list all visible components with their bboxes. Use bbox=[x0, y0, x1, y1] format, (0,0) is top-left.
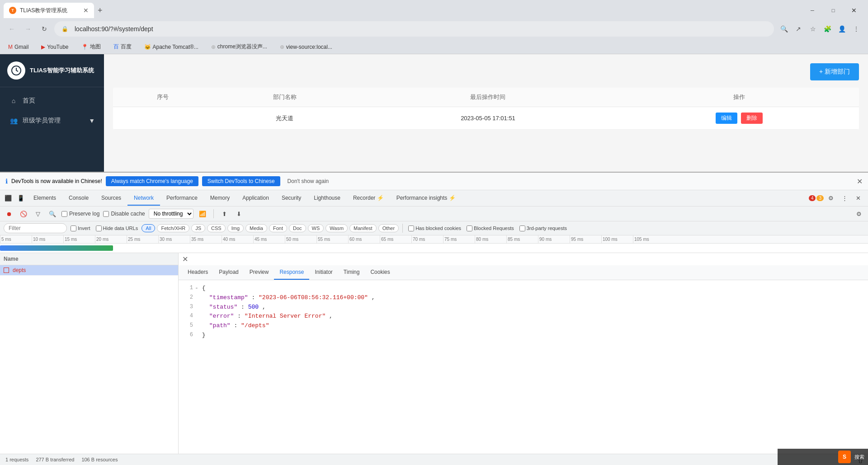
disable-cache-checkbox[interactable] bbox=[103, 211, 109, 217]
detail-tab-preview[interactable]: Preview bbox=[244, 265, 274, 280]
filter-all[interactable]: All bbox=[142, 224, 155, 232]
detail-tab-timing[interactable]: Timing bbox=[338, 265, 365, 280]
notification-close-button[interactable]: ✕ bbox=[857, 177, 863, 186]
tab-close-btn[interactable]: ✕ bbox=[83, 7, 89, 14]
filter-js[interactable]: JS bbox=[191, 224, 205, 232]
hide-data-urls-label[interactable]: Hide data URLs bbox=[96, 225, 138, 231]
timeline-container: 5 ms 10 ms 15 ms 20 ms 25 ms 30 ms 35 ms… bbox=[0, 235, 868, 253]
devtools-close-button[interactable]: ✕ bbox=[852, 192, 864, 205]
tab-elements[interactable]: Elements bbox=[27, 191, 62, 206]
blocked-cookies-label[interactable]: Has blocked cookies bbox=[408, 225, 461, 231]
bookmark-tomcat[interactable]: 🐱 Apache Tomcat®... bbox=[142, 43, 201, 51]
blocked-requests-checkbox[interactable] bbox=[467, 225, 472, 231]
notification-text: DevTools is now available in Chinese! bbox=[11, 178, 102, 184]
export-button[interactable]: ⬇ bbox=[234, 208, 245, 219]
online-button[interactable]: 📶 bbox=[197, 208, 208, 219]
extensions-button[interactable]: 🧩 bbox=[821, 23, 834, 35]
third-party-label[interactable]: 3rd-party requests bbox=[519, 225, 567, 231]
edit-button[interactable]: 编辑 bbox=[716, 113, 737, 124]
sidebar-item-home[interactable]: ⌂ 首页 bbox=[0, 91, 104, 111]
tab-memory[interactable]: Memory bbox=[204, 191, 236, 206]
third-party-checkbox[interactable] bbox=[519, 225, 525, 231]
bookmark-chrome[interactable]: ⊕ chrome浏览器没声... bbox=[208, 42, 270, 52]
refresh-button[interactable]: ↻ bbox=[38, 23, 51, 35]
blocked-cookies-checkbox[interactable] bbox=[408, 225, 414, 231]
back-button[interactable]: ← bbox=[5, 23, 18, 35]
switch-to-chinese-button[interactable]: Switch DevTools to Chinese bbox=[202, 176, 280, 186]
clear-button[interactable]: 🚫 bbox=[18, 208, 29, 219]
bookmark-button[interactable]: ☆ bbox=[807, 23, 819, 35]
bookmark-viewsource[interactable]: ⊕ view-source:local... bbox=[277, 43, 335, 51]
filter-img[interactable]: Img bbox=[227, 224, 244, 232]
devtools-inspect-button[interactable]: ⬛ bbox=[2, 192, 14, 205]
tab-application[interactable]: Application bbox=[236, 191, 275, 206]
detail-tab-initiator[interactable]: Initiator bbox=[309, 265, 338, 280]
new-tab-button[interactable]: + bbox=[94, 3, 106, 18]
bookmark-baidu-label: 百度 bbox=[121, 43, 132, 51]
detail-tab-headers[interactable]: Headers bbox=[182, 265, 213, 280]
filter-input[interactable] bbox=[4, 223, 67, 233]
sidebar-item-class[interactable]: 👥 班级学员管理 ▼ bbox=[0, 111, 104, 131]
tick-40ms: 40 ms bbox=[222, 235, 253, 243]
detail-tab-payload[interactable]: Payload bbox=[213, 265, 244, 280]
filter-media[interactable]: Media bbox=[245, 224, 267, 232]
tab-sources[interactable]: Sources bbox=[95, 191, 127, 206]
tab-network[interactable]: Network bbox=[127, 191, 160, 206]
invert-checkbox[interactable] bbox=[71, 225, 76, 231]
detail-close-button[interactable]: ✕ bbox=[179, 253, 192, 265]
invert-checkbox-label[interactable]: Invert bbox=[71, 225, 90, 231]
hide-data-urls-checkbox[interactable] bbox=[96, 225, 102, 231]
filter-doc[interactable]: Doc bbox=[289, 224, 306, 232]
profile-button[interactable]: 👤 bbox=[835, 23, 848, 35]
bookmark-youtube[interactable]: ▶ YouTube bbox=[38, 43, 71, 51]
tab-lighthouse[interactable]: Lighthouse bbox=[307, 191, 347, 206]
tab-security[interactable]: Security bbox=[275, 191, 307, 206]
filter-other[interactable]: Other bbox=[378, 224, 399, 232]
bookmark-baidu[interactable]: 百 百度 bbox=[111, 42, 134, 52]
filter-font[interactable]: Font bbox=[269, 224, 287, 232]
browser-tab[interactable]: TLIAS教学管理系统 ✕ bbox=[4, 3, 94, 18]
import-button[interactable]: ⬆ bbox=[219, 208, 230, 219]
network-settings-button[interactable]: ⚙ bbox=[854, 208, 864, 219]
record-button[interactable]: ⏺ bbox=[4, 208, 14, 219]
maximize-button[interactable]: □ bbox=[823, 3, 844, 18]
filter-manifest[interactable]: Manifest bbox=[349, 224, 377, 232]
add-dept-button[interactable]: + 新增部门 bbox=[810, 63, 859, 80]
devtools-notification: ℹ DevTools is now available in Chinese! … bbox=[0, 173, 868, 190]
detail-tab-response[interactable]: Response bbox=[274, 265, 309, 280]
tick-65ms: 65 ms bbox=[380, 235, 411, 243]
preserve-log-checkbox[interactable] bbox=[61, 211, 67, 217]
url-bar[interactable]: 🔒 localhost:90/?#/system/dept bbox=[54, 21, 774, 37]
filter-button[interactable]: ▽ bbox=[33, 208, 43, 219]
match-language-button[interactable]: Always match Chrome's language bbox=[106, 176, 198, 186]
bookmark-maps[interactable]: 📍 地图 bbox=[79, 42, 104, 52]
filter-wasm[interactable]: Wasm bbox=[326, 224, 348, 232]
delete-button[interactable]: 删除 bbox=[741, 113, 763, 124]
menu-button[interactable]: ⋮ bbox=[850, 23, 863, 35]
bookmark-gmail[interactable]: M Gmail bbox=[5, 43, 31, 51]
tab-perf-insights[interactable]: Performance insights ⚡ bbox=[390, 191, 462, 206]
list-item[interactable]: depts bbox=[0, 265, 178, 276]
blocked-requests-label[interactable]: Blocked Requests bbox=[467, 225, 514, 231]
search-button-nt[interactable]: 🔍 bbox=[47, 208, 58, 219]
disable-cache-label[interactable]: Disable cache bbox=[103, 211, 145, 217]
search-button[interactable]: 🔍 bbox=[778, 23, 790, 35]
devtools-settings-button[interactable]: ⚙ bbox=[825, 192, 837, 205]
filter-css[interactable]: CSS bbox=[207, 224, 226, 232]
tab-performance[interactable]: Performance bbox=[160, 191, 204, 206]
preserve-log-label[interactable]: Preserve log bbox=[61, 211, 99, 217]
close-button[interactable]: ✕ bbox=[844, 3, 864, 18]
filter-ws[interactable]: WS bbox=[308, 224, 324, 232]
url-lock-icon: 🔒 bbox=[61, 26, 68, 32]
devtools-more-button[interactable]: ⋮ bbox=[838, 192, 851, 205]
detail-tab-cookies[interactable]: Cookies bbox=[365, 265, 395, 280]
filter-fetch-xhr[interactable]: Fetch/XHR bbox=[157, 224, 189, 232]
throttle-select[interactable]: No throttling bbox=[149, 209, 193, 219]
tab-recorder[interactable]: Recorder ⚡ bbox=[347, 191, 390, 206]
minimize-button[interactable]: ─ bbox=[802, 3, 823, 18]
tab-console[interactable]: Console bbox=[62, 191, 95, 206]
forward-button[interactable]: → bbox=[22, 23, 34, 35]
dont-show-again-button[interactable]: Don't show again bbox=[284, 176, 333, 186]
share-button[interactable]: ↗ bbox=[792, 23, 805, 35]
devtools-device-button[interactable]: 📱 bbox=[14, 192, 27, 205]
